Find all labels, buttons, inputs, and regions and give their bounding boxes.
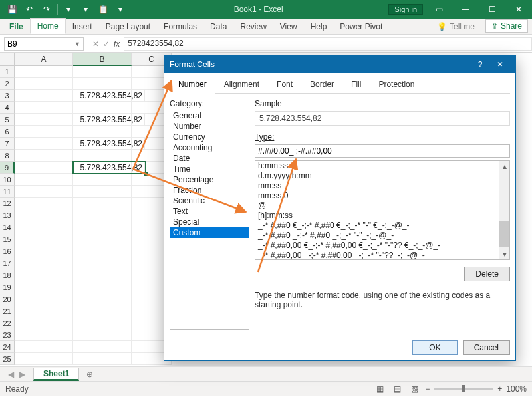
dialog-close-icon[interactable]: ✕ [490,60,510,69]
row-header-7[interactable]: 7 [0,138,15,150]
cell-b7[interactable]: 5.728.423.554,82 [73,138,145,150]
type-list-item[interactable]: _-* #,##0 €_-;-* #,##0 €_-;_-* "-" €_-;_… [255,221,499,231]
tab-home[interactable]: Home [30,18,66,34]
help-icon[interactable]: ? [470,60,490,69]
dialog-tab-number[interactable]: Number [170,76,215,94]
type-list-item[interactable]: h:mm:ss [255,161,499,171]
row-header-24[interactable]: 24 [0,341,15,353]
row-header-14[interactable]: 14 [0,221,15,233]
row-header-3[interactable]: 3 [0,90,15,102]
category-item-general[interactable]: General [170,110,249,121]
zoom-slider[interactable] [434,388,493,390]
category-list[interactable]: GeneralNumberCurrencyAccountingDateTimeP… [170,110,249,330]
row-header-22[interactable]: 22 [0,317,15,329]
cell-b5[interactable]: 5.728.423.554,82 [73,114,145,126]
category-item-accounting[interactable]: Accounting [170,142,249,153]
category-item-time[interactable]: Time [170,164,249,174]
row-header-13[interactable]: 13 [0,209,15,221]
row-header-16[interactable]: 16 [0,245,15,257]
zoom-in-icon[interactable]: + [497,384,502,394]
ok-button[interactable]: OK [412,340,457,355]
chevron-down-icon[interactable]: ▼ [74,41,80,47]
undo-icon[interactable]: ↶ [21,2,37,17]
sheet-prev-icon[interactable]: ◀ [8,370,14,379]
scroll-up-icon[interactable]: ▴ [499,161,509,172]
tab-formulas[interactable]: Formulas [157,19,203,34]
dialog-tab-font[interactable]: Font [268,76,301,93]
row-header-18[interactable]: 18 [0,269,15,281]
col-header-a[interactable]: A [15,53,73,66]
type-list-item[interactable]: [h]:mm:ss [255,211,499,221]
redo-icon[interactable]: ↷ [39,2,55,17]
row-header-10[interactable]: 10 [0,174,15,186]
qat-dropdown-1[interactable]: ▾ [61,2,76,17]
category-item-date[interactable]: Date [170,153,249,164]
category-item-fraction[interactable]: Fraction [170,185,249,196]
category-item-scientific[interactable]: Scientific [170,196,249,206]
tellme[interactable]: 💡 Tell me [430,19,481,34]
tab-view[interactable]: View [273,19,304,34]
category-item-special[interactable]: Special [170,217,249,227]
tab-help[interactable]: Help [304,19,334,34]
type-list-item[interactable]: mm:ss [255,181,499,191]
tab-review[interactable]: Review [233,19,273,34]
enter-formula-icon[interactable]: ✓ [103,39,110,49]
row-header-5[interactable]: 5 [0,114,15,126]
ribbon-display-icon[interactable]: ▭ [426,0,452,19]
category-item-custom[interactable]: Custom [170,227,249,238]
formula-input[interactable]: 5728423554,82 [124,37,532,51]
row-header-6[interactable]: 6 [0,126,15,138]
dialog-tab-alignment[interactable]: Alignment [215,76,268,93]
fx-icon[interactable]: fx [114,39,120,49]
cell-b3[interactable]: 5.728.423.554,82 [73,90,145,102]
row-header-11[interactable]: 11 [0,186,15,198]
category-item-text[interactable]: Text [170,206,249,217]
cancel-button[interactable]: Cancel [463,340,510,355]
page-layout-view-icon[interactable]: ▤ [390,383,404,395]
tab-file[interactable]: File [3,19,30,34]
type-list-scrollbar[interactable]: ▴ ▾ [499,161,509,259]
minimize-icon[interactable]: — [452,0,479,19]
share-button[interactable]: ⇪ Share [485,19,528,33]
row-header-20[interactable]: 20 [0,293,15,305]
delete-button[interactable]: Delete [464,267,510,281]
tab-page-layout[interactable]: Page Layout [99,19,157,34]
qat-dropdown-2[interactable]: ▾ [78,2,94,17]
dialog-tab-protection[interactable]: Protection [370,76,423,93]
zoom-out-icon[interactable]: − [425,384,430,394]
type-list[interactable]: h:mm:ssd.m.yyyy h:mmmm:ssmm:ss,0@[h]:mm:… [255,160,510,260]
row-header-15[interactable]: 15 [0,233,15,245]
scroll-thumb[interactable] [499,221,509,247]
close-icon[interactable]: ✕ [505,0,532,19]
cancel-formula-icon[interactable]: ✕ [92,39,99,49]
tab-power-pivot[interactable]: Power Pivot [333,19,389,34]
scroll-down-icon[interactable]: ▾ [499,249,509,259]
sheet-tab-1[interactable]: Sheet1 [33,368,79,381]
select-all-corner[interactable] [0,53,15,66]
row-header-23[interactable]: 23 [0,329,15,341]
row-header-17[interactable]: 17 [0,257,15,269]
tab-insert[interactable]: Insert [66,19,99,34]
row-header-8[interactable]: 8 [0,150,15,162]
row-header-12[interactable]: 12 [0,198,15,209]
qat-more-icon[interactable]: ▾ [112,2,128,17]
qat-paste-icon[interactable]: 📋 [95,2,111,17]
row-header-21[interactable]: 21 [0,305,15,317]
category-item-number[interactable]: Number [170,121,249,132]
type-list-item[interactable]: @ [255,201,499,211]
type-list-item[interactable]: d.m.yyyy h:mm [255,171,499,181]
maximize-icon[interactable]: ☐ [479,0,505,19]
page-break-view-icon[interactable]: ▧ [408,383,421,395]
row-header-9[interactable]: 9 [0,162,15,174]
name-box[interactable]: B9 ▼ [4,37,84,51]
signin-button[interactable]: Sign in [388,4,423,15]
type-input[interactable] [255,144,510,158]
fill-handle[interactable] [144,172,148,176]
row-header-1[interactable]: 1 [0,66,15,78]
category-item-currency[interactable]: Currency [170,132,249,142]
sheet-next-icon[interactable]: ▶ [19,370,25,379]
tab-data[interactable]: Data [203,19,233,34]
type-list-item[interactable]: mm:ss,0 [255,191,499,201]
type-list-item[interactable]: _-* #,##0,00 _-;-* #,##0,00 _-;_-* "-"??… [255,251,499,259]
col-header-b[interactable]: B [73,53,132,66]
